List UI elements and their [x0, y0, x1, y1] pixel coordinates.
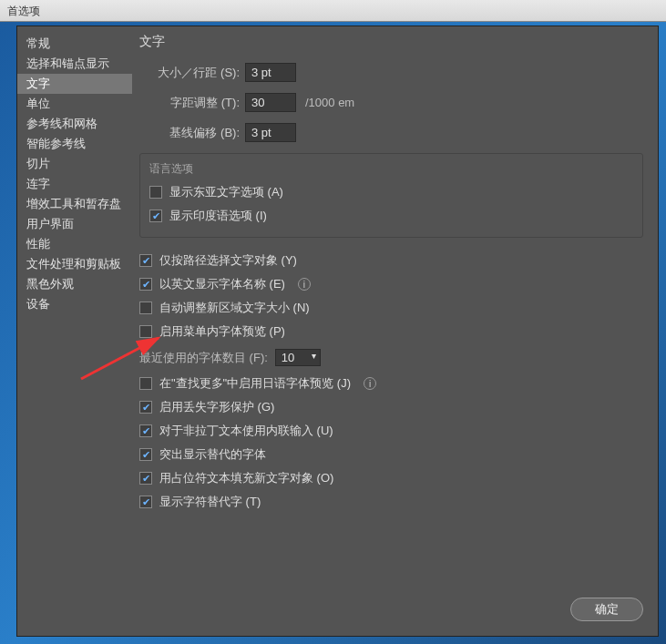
sidebar-item[interactable]: 选择和锚点显示 [17, 54, 132, 74]
checkbox-show-alternates[interactable] [139, 496, 152, 508]
preferences-dialog: 常规选择和锚点显示文字单位参考线和网格智能参考线切片连字增效工具和暂存盘用户界面… [16, 26, 659, 637]
recent-fonts-select[interactable]: 10 [275, 349, 321, 366]
sidebar-item[interactable]: 常规 [17, 34, 132, 54]
tracking-label: 字距调整 (T): [139, 95, 240, 111]
recent-fonts-label: 最近使用的字体数目 (F): [139, 350, 268, 366]
checkbox-inline-input-label: 对于非拉丁文本使用内联输入 (U) [159, 423, 333, 439]
sidebar-item[interactable]: 文字 [17, 74, 132, 94]
checkbox-path-select-label: 仅按路径选择文字对象 (Y) [159, 252, 297, 269]
checkbox-english-fontname-label: 以英文显示字体名称 (E) [159, 276, 285, 292]
panel-title: 文字 [139, 34, 643, 50]
tracking-input[interactable]: 30 [245, 93, 296, 112]
checkbox-inline-input[interactable] [139, 424, 152, 437]
checkbox-english-fontname[interactable] [139, 278, 152, 291]
sidebar-item[interactable]: 参考线和网格 [17, 114, 132, 134]
sidebar-item[interactable]: 用户界面 [17, 214, 132, 234]
checkbox-jp-find-more-label: 在"查找更多"中启用日语字体预览 (J) [159, 375, 351, 392]
size-leading-label: 大小／行距 (S): [139, 65, 240, 81]
main-panel: 文字 大小／行距 (S): 3 pt 字距调整 (T): 30 /1000 em… [132, 26, 658, 588]
checkbox-indic-label: 显示印度语选项 (I) [169, 208, 267, 224]
checkbox-jp-find-more[interactable] [139, 377, 152, 390]
checkbox-indic[interactable] [149, 210, 162, 222]
checkbox-east-asian-label: 显示东亚文字选项 (A) [169, 184, 283, 200]
size-leading-input[interactable]: 3 pt [245, 63, 296, 82]
checkbox-missing-glyph-label: 启用丢失字形保护 (G) [159, 399, 274, 415]
checkbox-auto-size-area-label: 自动调整新区域文字大小 (N) [159, 300, 310, 316]
checkbox-east-asian[interactable] [149, 186, 162, 199]
checkbox-show-alternates-label: 显示字符替代字 (T) [159, 494, 261, 510]
checkbox-missing-glyph[interactable] [139, 401, 152, 414]
checkbox-highlight-sub[interactable] [139, 448, 152, 461]
info-icon[interactable]: i [364, 377, 376, 390]
checkbox-menu-preview-label: 启用菜单内字体预览 (P) [159, 323, 285, 340]
window-title: 首选项 [7, 5, 40, 17]
sidebar-item[interactable]: 智能参考线 [17, 134, 132, 154]
checkbox-menu-preview[interactable] [139, 325, 152, 338]
sidebar-item[interactable]: 单位 [17, 94, 132, 114]
sidebar-item[interactable]: 连字 [17, 174, 132, 194]
info-icon[interactable]: i [298, 278, 311, 291]
checkbox-highlight-sub-label: 突出显示替代的字体 [159, 446, 266, 463]
sidebar-item[interactable]: 切片 [17, 154, 132, 174]
baseline-input[interactable]: 3 pt [245, 123, 296, 142]
checkbox-placeholder-fill-label: 用占位符文本填充新文字对象 (O) [159, 470, 333, 486]
sidebar-item[interactable]: 增效工具和暂存盘 [17, 194, 132, 214]
checkbox-auto-size-area[interactable] [139, 302, 152, 314]
titlebar: 首选项 [0, 0, 666, 22]
sidebar-item[interactable]: 黑色外观 [17, 274, 132, 294]
sidebar-item[interactable]: 设备 [17, 294, 132, 314]
language-group-title: 语言选项 [149, 161, 633, 177]
tracking-unit: /1000 em [305, 96, 354, 109]
baseline-label: 基线偏移 (B): [139, 125, 240, 141]
sidebar-item[interactable]: 性能 [17, 234, 132, 254]
language-group: 语言选项 显示东亚文字选项 (A) 显示印度语选项 (I) [139, 153, 643, 238]
sidebar-item[interactable]: 文件处理和剪贴板 [17, 254, 132, 274]
sidebar: 常规选择和锚点显示文字单位参考线和网格智能参考线切片连字增效工具和暂存盘用户界面… [17, 26, 132, 588]
checkbox-path-select[interactable] [139, 254, 152, 267]
checkbox-placeholder-fill[interactable] [139, 472, 152, 485]
ok-button[interactable]: 确定 [570, 598, 643, 621]
